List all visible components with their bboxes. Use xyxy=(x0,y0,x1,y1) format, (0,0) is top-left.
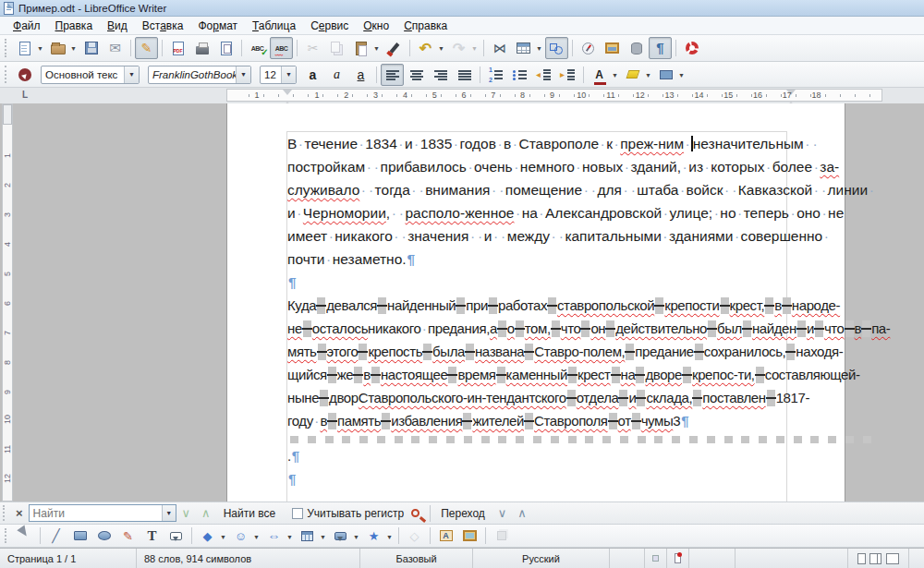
select-button[interactable] xyxy=(13,526,36,546)
textbox-button[interactable] xyxy=(140,526,164,546)
menu-правка[interactable]: Правка xyxy=(48,18,101,34)
para-background-button[interactable]: ▼ xyxy=(654,64,677,86)
status-page-number[interactable]: Страница 1 / 1 xyxy=(0,549,137,568)
menu-вставка[interactable]: Вставка xyxy=(135,18,191,34)
paragraph-style-value[interactable]: Основной текс xyxy=(42,69,124,80)
document-line[interactable]: постройкам··прибавилось·очень·немного·но… xyxy=(287,155,788,178)
chevron-down-icon[interactable]: ▼ xyxy=(645,72,651,79)
ellipse-button[interactable] xyxy=(92,526,116,546)
save-button[interactable] xyxy=(79,37,103,59)
view-single-page-icon[interactable] xyxy=(857,553,866,564)
close-find-bar-button[interactable]: × xyxy=(10,506,29,520)
underline-button[interactable] xyxy=(349,64,372,86)
chevron-down-icon[interactable]: ▼ xyxy=(162,505,176,521)
document-line[interactable]: Кудадевалсянайденныйприработахставрополь… xyxy=(287,294,788,317)
find-input-combo[interactable]: ▼ xyxy=(29,504,176,522)
block-arrows-button[interactable]: ▼ xyxy=(262,526,286,546)
chevron-down-icon[interactable]: ▼ xyxy=(438,45,444,52)
chevron-down-icon[interactable]: ▼ xyxy=(124,66,139,83)
chevron-down-icon[interactable]: ▼ xyxy=(253,534,260,540)
document-line[interactable]: щийсяжевнастоящеевремякаменныйкрестнадво… xyxy=(287,363,788,386)
autospellcheck-button[interactable]: АВС xyxy=(270,37,293,59)
email-button[interactable] xyxy=(103,37,127,59)
chevron-down-icon[interactable]: ▼ xyxy=(471,45,478,52)
paragraph-style-combo[interactable]: Основной текс ▼ xyxy=(41,66,140,84)
chevron-down-icon[interactable]: ▼ xyxy=(281,66,296,83)
vertical-ruler[interactable]: 123456789101112 xyxy=(2,103,13,502)
chevron-down-icon[interactable]: ▼ xyxy=(220,534,226,540)
stars-button[interactable]: ▼ xyxy=(362,526,385,546)
chevron-down-icon[interactable]: ▼ xyxy=(236,66,250,83)
export-pdf-button[interactable] xyxy=(166,37,189,59)
fontwork-button[interactable]: А xyxy=(434,526,457,546)
document-line[interactable]: почти·незаметно.¶ xyxy=(287,248,788,271)
printer-button[interactable] xyxy=(190,37,213,59)
new-document-button[interactable]: ▼ xyxy=(13,37,36,59)
document-line[interactable]: неосталосьникакого·предания,аотом,чтоонд… xyxy=(287,317,788,340)
document-line[interactable]: В·течение·1834·и·1835·годов·в·Ставрополе… xyxy=(287,132,788,155)
line-button[interactable] xyxy=(44,526,67,546)
chevron-down-icon[interactable]: ▼ xyxy=(37,45,43,52)
italic-button[interactable] xyxy=(325,64,348,86)
menu-таблица[interactable]: Таблица xyxy=(245,18,303,34)
indent-decrease-button[interactable] xyxy=(532,64,555,86)
chevron-down-icon[interactable]: ▼ xyxy=(353,534,359,540)
bullet-list-button[interactable] xyxy=(508,64,531,86)
chevron-down-icon[interactable]: ▼ xyxy=(320,534,326,540)
document-text[interactable]: В·течение·1834·и·1835·годов·в·Ставрополе… xyxy=(287,132,788,490)
menu-файл[interactable]: Файл xyxy=(6,18,48,34)
gallery-button[interactable] xyxy=(601,37,624,59)
document-line[interactable]: ¶ xyxy=(287,467,788,490)
menu-формат[interactable]: Формат xyxy=(190,18,245,34)
align-center-button[interactable] xyxy=(405,64,428,86)
document-line[interactable]: мятьэтогокрепостьбыланазванаСтавро-полем… xyxy=(287,340,788,363)
font-size-combo[interactable]: 12 ▼ xyxy=(260,66,297,84)
bold-button[interactable] xyxy=(301,64,324,86)
rectangle-button[interactable] xyxy=(68,526,91,546)
help-button[interactable] xyxy=(680,37,703,59)
document-line[interactable]: и·Черномории,··располо-женное·на·Алексан… xyxy=(287,201,788,224)
chevron-down-icon[interactable]: ▼ xyxy=(286,534,293,540)
document-page[interactable]: В·течение·1834·и·1835·годов·в·Ставрополе… xyxy=(226,103,845,502)
toolbar-grip[interactable] xyxy=(5,528,9,544)
formatting-marks-button[interactable] xyxy=(649,37,672,59)
find-and-replace-icon[interactable] xyxy=(411,509,419,517)
edit-mode-button[interactable] xyxy=(135,37,158,59)
document-line[interactable]: .¶ xyxy=(287,444,788,467)
font-size-value[interactable]: 12 xyxy=(261,69,281,80)
print-preview-button[interactable] xyxy=(214,37,237,59)
image-button[interactable] xyxy=(458,526,481,546)
status-insert-mode[interactable] xyxy=(610,549,645,568)
status-word-count[interactable]: 88 слов, 914 символов xyxy=(137,549,360,568)
font-name-value[interactable]: FranklinGothBookTT xyxy=(149,69,236,80)
indent-increase-button[interactable] xyxy=(556,64,579,86)
navigate-next-button[interactable]: ∨ xyxy=(492,506,513,520)
menu-вид[interactable]: Вид xyxy=(100,18,135,34)
find-input[interactable] xyxy=(30,505,162,521)
toolbar-grip[interactable] xyxy=(3,505,7,520)
spelling-button[interactable]: АВС xyxy=(246,37,269,59)
horizontal-ruler[interactable]: 1123456789101112131415161718 xyxy=(226,89,882,102)
flowchart-button[interactable]: ▼ xyxy=(296,526,319,546)
draw-functions-button[interactable] xyxy=(545,37,568,59)
basic-shapes-button[interactable]: ▼ xyxy=(196,526,219,546)
font-color-button[interactable]: А▼ xyxy=(588,64,611,86)
document-line[interactable]: служивало··тогда··внимания··помещение··д… xyxy=(287,178,788,201)
callout-plain-button[interactable] xyxy=(164,526,188,546)
freeform-button[interactable] xyxy=(116,526,140,546)
table-button[interactable]: ▼ xyxy=(512,37,535,59)
align-left-button[interactable] xyxy=(381,64,404,86)
document-line[interactable]: нынедворСтавропольского-ин-тендантскогоо… xyxy=(287,386,788,409)
menu-окно[interactable]: Окно xyxy=(356,18,396,34)
match-case-checkbox[interactable] xyxy=(292,508,303,519)
document-line[interactable] xyxy=(287,432,788,444)
align-right-button[interactable] xyxy=(429,64,452,86)
match-case-label[interactable]: Учитывать регистр xyxy=(307,507,404,520)
status-page-style[interactable]: Базовый xyxy=(360,549,473,568)
navigate-by-label[interactable]: Переход xyxy=(433,505,492,522)
chevron-down-icon[interactable]: ▼ xyxy=(373,45,380,52)
tab-stop-selector[interactable]: L xyxy=(22,90,28,100)
undo-button[interactable]: ▼ xyxy=(414,37,437,59)
font-name-combo[interactable]: FranklinGothBookTT ▼ xyxy=(148,66,251,84)
find-all-button[interactable]: Найти все xyxy=(216,505,284,522)
